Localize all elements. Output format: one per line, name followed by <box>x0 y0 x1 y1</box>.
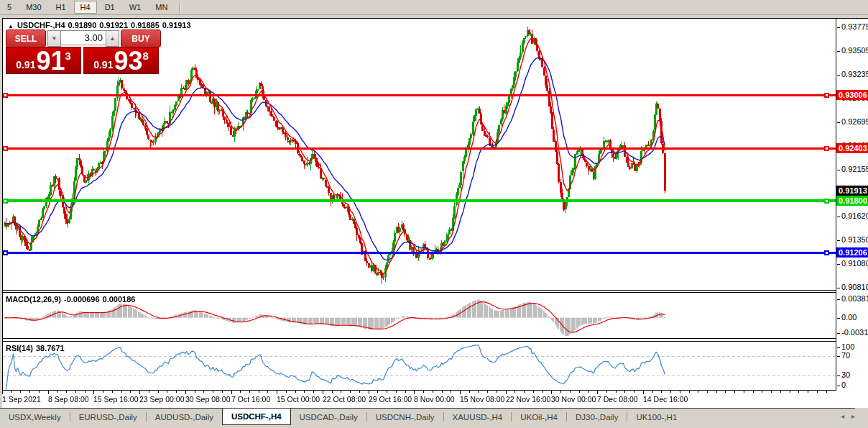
time-minor-tick <box>332 391 333 393</box>
chart-tab-eurusddaily[interactable]: EURUSD-,Daily <box>70 409 146 425</box>
chart-tab-audusddaily[interactable]: AUDUSD-,Daily <box>147 409 222 425</box>
timeframe-button-5[interactable]: 5 <box>1 1 18 14</box>
rsi-indicator-canvas[interactable] <box>3 342 836 390</box>
low-value: 0.91885 <box>131 21 160 29</box>
time-minor-tick <box>423 391 424 393</box>
volume-increase-button[interactable]: ▲ <box>106 30 119 47</box>
timeframe-button-h1[interactable]: H1 <box>50 1 73 14</box>
time-major-tick <box>323 391 323 394</box>
tab-scroll-left-icon[interactable]: ◂ <box>841 412 851 420</box>
time-minor-tick <box>85 391 86 393</box>
collapse-panel-icon[interactable]: ▲ <box>8 23 14 29</box>
chart-tab-dj30daily[interactable]: DJ30-,Daily <box>567 409 627 425</box>
volume-decrease-button[interactable]: ▼ <box>47 30 61 47</box>
timeframe-button-w1[interactable]: W1 <box>123 1 148 14</box>
time-axis-label: 15 Oct 00:00 <box>277 395 320 404</box>
tab-scroll-arrows[interactable]: ◂▸ <box>841 412 862 420</box>
time-minor-tick <box>680 391 680 393</box>
one-click-trading-panel: SELL ▼ ▲ BUY 0.91 91 3 0.91 93 8 <box>6 29 161 74</box>
sell-button[interactable]: SELL <box>6 29 46 47</box>
time-axis-label: 7 Dec 08:00 <box>597 395 638 404</box>
time-minor-tick <box>66 391 67 393</box>
time-major-tick <box>414 391 415 394</box>
macd-name: MACD(12,26,9) <box>6 295 61 304</box>
price-line-badge: 0.91206 <box>836 247 868 258</box>
time-axis-label: 15 Nov 08:00 <box>460 395 504 404</box>
chart-tab-xauusdh4[interactable]: XAUUSD-,H4 <box>444 409 512 425</box>
time-minor-tick <box>744 391 744 393</box>
time-minor-tick <box>158 391 159 393</box>
time-minor-tick <box>634 391 634 393</box>
time-minor-tick <box>616 391 617 393</box>
timeframe-button-mn[interactable]: MN <box>149 1 174 14</box>
time-minor-tick <box>588 391 588 393</box>
time-minor-tick <box>195 391 195 393</box>
timeframe-button-m30[interactable]: M30 <box>19 1 47 14</box>
buy-price-box[interactable]: 0.91 93 8 <box>83 47 159 74</box>
price-tick-label: 0.93505 <box>841 46 868 55</box>
time-minor-tick <box>707 391 708 393</box>
price-tick-label: 0.93235 <box>841 70 868 78</box>
chart-tab-usdxweekly[interactable]: USDX,Weekly <box>0 409 70 425</box>
sell-price-pip: 3 <box>65 50 70 62</box>
time-minor-tick <box>130 391 131 393</box>
time-axis-label: 14 Dec 16:00 <box>643 395 688 404</box>
chart-tab-usdcaddaily[interactable]: USDCAD-,Daily <box>291 409 366 425</box>
time-minor-tick <box>112 391 113 393</box>
time-minor-tick <box>240 391 241 393</box>
time-axis-label: 22 Nov 16:00 <box>506 395 550 404</box>
time-minor-tick <box>689 391 690 393</box>
timeframe-buttons: 5M30H1H4D1W1MN <box>0 1 175 14</box>
time-axis-label: 7 Oct 16:00 <box>231 395 270 404</box>
time-minor-tick <box>469 391 470 393</box>
timeframe-button-h4[interactable]: H4 <box>74 1 97 14</box>
sell-price-prefix: 0.91 <box>16 59 35 70</box>
price-tick-label: 0.93775 <box>841 22 868 31</box>
time-minor-tick <box>698 391 698 393</box>
price-tick-label: 0.91620 <box>841 211 868 220</box>
time-major-tick <box>231 391 232 394</box>
time-minor-tick <box>560 391 561 393</box>
time-minor-tick <box>259 391 259 393</box>
buy-price-prefix: 0.91 <box>93 59 113 70</box>
time-minor-tick <box>725 391 726 393</box>
buy-button[interactable]: BUY <box>121 29 161 47</box>
timeframe-button-d1[interactable]: D1 <box>98 1 121 14</box>
time-minor-tick <box>624 391 625 393</box>
price-tick-label: 0.91350 <box>841 235 868 244</box>
time-major-tick <box>643 391 644 394</box>
mt4-window: 5M30H1H4D1W1MN ▲USDCHF-,H40.918900.91921… <box>0 0 868 428</box>
price-tick-label: 0.92695 <box>841 117 868 126</box>
time-minor-tick <box>497 391 497 393</box>
chart-tab-usdcnhdaily[interactable]: USDCNH-,Daily <box>367 409 443 425</box>
time-minor-tick <box>396 391 397 393</box>
macd-pane-bottom-border <box>2 338 836 339</box>
time-axis-label: 23 Sep 00:00 <box>139 395 184 404</box>
time-minor-tick <box>661 391 662 393</box>
time-minor-tick <box>771 391 772 393</box>
volume-input[interactable] <box>61 30 106 45</box>
price-line-badge: 0.91913 <box>836 186 868 196</box>
time-minor-tick <box>514 391 515 393</box>
time-minor-tick <box>817 391 818 393</box>
rsi-axis-label: 0 <box>841 381 846 389</box>
rsi-axis-label: 100 <box>841 342 854 351</box>
macd-label: MACD(12,26,9)-0.0006960.000186 <box>6 295 138 304</box>
price-line-badge: 0.92403 <box>836 143 868 153</box>
chart-tab-uk100h1[interactable]: UK100-,H1 <box>627 409 685 425</box>
time-minor-tick <box>29 391 30 393</box>
sell-price-box[interactable]: 0.91 91 3 <box>6 47 81 74</box>
time-axis-label: 30 Nov 00:00 <box>551 395 596 404</box>
time-minor-tick <box>359 391 360 393</box>
rsi-axis-label: 70 <box>841 351 850 360</box>
chart-tabbar: USDX,WeeklyEURUSD-,DailyAUDUSD-,DailyUSD… <box>0 409 868 425</box>
chart-left-border <box>2 18 3 391</box>
chart-tab-ukoilh4[interactable]: UKOil-,H4 <box>512 409 566 425</box>
tab-scroll-right-icon[interactable]: ▸ <box>851 412 862 420</box>
high-value: 0.91921 <box>99 21 128 29</box>
time-minor-tick <box>579 391 580 393</box>
time-major-tick <box>93 391 94 394</box>
time-minor-tick <box>524 391 525 393</box>
chart-tab-usdchfh4[interactable]: USDCHF-,H4 <box>222 409 291 425</box>
time-minor-tick <box>762 391 762 393</box>
